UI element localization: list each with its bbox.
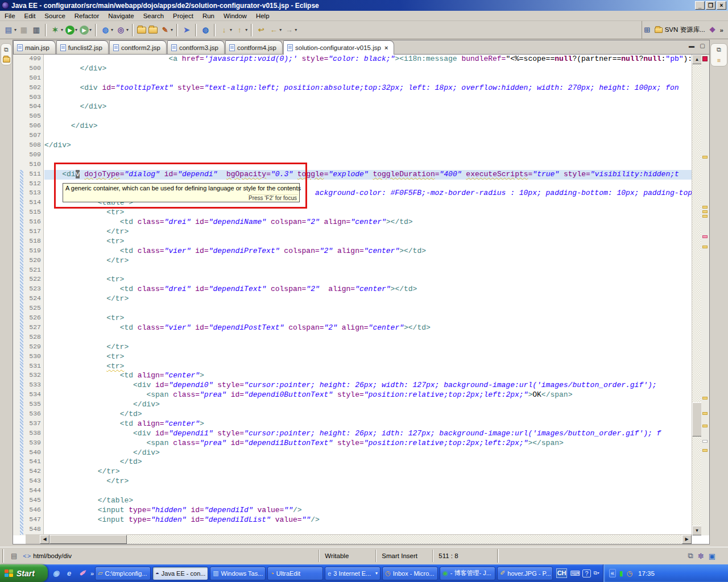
menu-item-edit[interactable]: Edit — [20, 12, 40, 20]
open-perspective-icon[interactable]: ⊞ — [642, 25, 652, 35]
gutter-row[interactable]: 538 — [13, 429, 43, 439]
taskbar-button-hover.JPG - P...[interactable]: ✐hover.JPG - P... — [497, 567, 553, 580]
horizontal-scroll-thumb[interactable] — [49, 535, 127, 544]
taskbar-button-Windows Tas...[interactable]: ▥Windows Tas... — [210, 567, 266, 580]
menu-item-project[interactable]: Project — [168, 12, 198, 20]
start-button[interactable]: Start — [0, 564, 48, 582]
annotation-ruler-cell[interactable] — [13, 275, 20, 285]
gutter-row[interactable]: 522 — [13, 275, 43, 285]
annotation-ruler-cell[interactable] — [13, 294, 20, 304]
annotation-ruler-cell[interactable] — [13, 208, 20, 218]
task-marker[interactable] — [702, 235, 708, 238]
language-indicator[interactable]: CH — [556, 568, 567, 578]
insert-mode-status[interactable]: Smart Insert — [375, 550, 432, 562]
code-line-528[interactable] — [44, 333, 693, 343]
code-line-536[interactable]: </td> — [44, 410, 693, 419]
annotation-ruler-cell[interactable] — [13, 516, 20, 525]
code-line-546[interactable]: <input type="hidden" id="dependiId" valu… — [44, 506, 693, 516]
annotation-ruler-cell[interactable] — [13, 55, 20, 64]
menu-item-run[interactable]: Run — [198, 12, 219, 20]
fast-view-icon[interactable]: ⧉ — [688, 551, 693, 560]
svn-repository-icon[interactable] — [655, 27, 663, 33]
gutter-row[interactable]: 532 — [13, 371, 43, 381]
gutter-row[interactable]: 519 — [13, 247, 43, 256]
gutter-row[interactable]: 529 — [13, 343, 43, 352]
run-external-button[interactable]: ▶▾ — [78, 23, 93, 37]
code-line-547[interactable]: <input type="hidden" id="dependiIdList" … — [44, 516, 693, 525]
annotate-dropdown-icon[interactable]: ▾ — [171, 27, 173, 32]
menu-item-file[interactable]: File — [0, 12, 20, 20]
gutter-row[interactable]: 506 — [13, 122, 43, 131]
gutter-row[interactable]: 526 — [13, 314, 43, 323]
annotation-ruler-cell[interactable] — [13, 189, 20, 198]
gutter-row[interactable]: 525 — [13, 304, 43, 314]
annotation-ruler-cell[interactable] — [13, 525, 20, 535]
new-wizard-dropdown-icon[interactable]: ▾ — [14, 27, 16, 32]
new-web-service-dropdown-icon[interactable]: ▾ — [126, 27, 129, 32]
gutter-row[interactable]: 503 — [13, 93, 43, 103]
gutter-row[interactable]: 547 — [13, 516, 43, 525]
annotation-ruler-cell[interactable] — [13, 477, 20, 487]
annotation-ruler-cell[interactable] — [13, 266, 20, 276]
code-line-500[interactable]: </div> — [44, 64, 693, 74]
warning-marker[interactable] — [702, 440, 708, 443]
next-annotation-dropdown-icon[interactable]: ▾ — [230, 27, 232, 32]
annotation-ruler-cell[interactable] — [13, 304, 20, 314]
gutter-row[interactable]: 541 — [13, 458, 43, 467]
menu-item-search[interactable]: Search — [139, 12, 168, 20]
scroll-left-icon[interactable]: ◀ — [40, 535, 49, 544]
code-line-521[interactable] — [44, 266, 693, 276]
next-annotation-button[interactable]: ↓▾ — [218, 23, 233, 37]
new-web-service-button[interactable]: ◎▾ — [114, 23, 130, 37]
minimize-editor-icon[interactable]: ▬ — [687, 42, 696, 50]
code-line-524[interactable]: </tr> — [44, 294, 693, 304]
annotation-ruler-cell[interactable] — [13, 180, 20, 189]
warning-marker[interactable] — [702, 425, 708, 427]
clock-tray-icon[interactable]: ◷ — [627, 569, 632, 577]
gutter-row[interactable]: 534 — [13, 390, 43, 400]
gutter-row[interactable]: 509 — [13, 151, 43, 160]
warning-marker[interactable] — [702, 412, 708, 415]
code-line-507[interactable] — [44, 131, 693, 141]
annotation-ruler-cell[interactable] — [13, 410, 20, 419]
annotation-ruler-cell[interactable] — [13, 141, 20, 151]
annotation-ruler-cell[interactable] — [13, 74, 20, 84]
annotation-ruler-cell[interactable] — [13, 93, 20, 103]
annotation-ruler-cell[interactable] — [13, 285, 20, 294]
menu-item-window[interactable]: Window — [219, 12, 251, 20]
annotation-ruler-cell[interactable] — [13, 506, 20, 516]
scroll-right-icon[interactable]: ▶ — [682, 535, 692, 544]
annotation-ruler-cell[interactable] — [13, 419, 20, 429]
maximize-editor-icon[interactable]: ▢ — [698, 42, 707, 50]
code-line-526[interactable]: <tr> — [44, 314, 693, 323]
annotation-ruler-cell[interactable] — [13, 323, 20, 333]
gutter-row[interactable]: 548 — [13, 525, 43, 535]
gutter-row[interactable]: 546 — [13, 506, 43, 516]
gutter-row[interactable]: 537 — [13, 419, 43, 429]
menu-item-navigate[interactable]: Navigate — [104, 12, 138, 20]
annotation-ruler-cell[interactable] — [13, 112, 20, 122]
taskbar-button-UltraEdit[interactable]: ◔UltraEdit — [267, 567, 323, 580]
code-line-545[interactable]: </table> — [44, 496, 693, 506]
tab-funclist2.jsp[interactable]: funclist2.jsp — [56, 40, 109, 54]
code-line-533[interactable]: <div id="dependi0" style="cursor:pointer… — [44, 381, 693, 390]
menu-item-help[interactable]: Help — [251, 12, 274, 20]
gutter-row[interactable]: 508 — [13, 141, 43, 151]
code-line-518[interactable]: <tr> — [44, 237, 693, 247]
taskbar-button-Inbox - Micro...[interactable]: ◷Inbox - Micro... — [382, 567, 438, 580]
code-line-499[interactable]: <a href='javascript:void(0);' style="col… — [44, 55, 693, 64]
code-line-523[interactable]: <td class="drei" id="dependiText" colspa… — [44, 285, 693, 294]
quick-launch-chevron-icon[interactable]: » — [90, 570, 94, 577]
tab-solution-configurator-v015.jsp[interactable]: solution-configurator-v015.jsp× — [283, 40, 394, 55]
progress-icon[interactable]: ✽ — [698, 552, 704, 560]
taskbar-button-C:\tmp\config...[interactable]: ▱C:\tmp\config... — [95, 567, 151, 580]
code-line-508[interactable]: </div> — [44, 141, 693, 151]
keyboard-icon[interactable]: ⌨ — [570, 569, 580, 577]
code-line-544[interactable] — [44, 487, 693, 496]
warning-marker[interactable] — [702, 246, 708, 248]
code-view[interactable]: <a href='javascript:void(0);' style="col… — [44, 55, 693, 535]
gutter-row[interactable]: 544 — [13, 487, 43, 496]
gutter-row[interactable]: 543 — [13, 477, 43, 487]
scroll-up-icon[interactable]: ▲ — [692, 55, 702, 64]
code-line-539[interactable]: <span class="prea" id="dependi1ButtonTex… — [44, 439, 693, 448]
